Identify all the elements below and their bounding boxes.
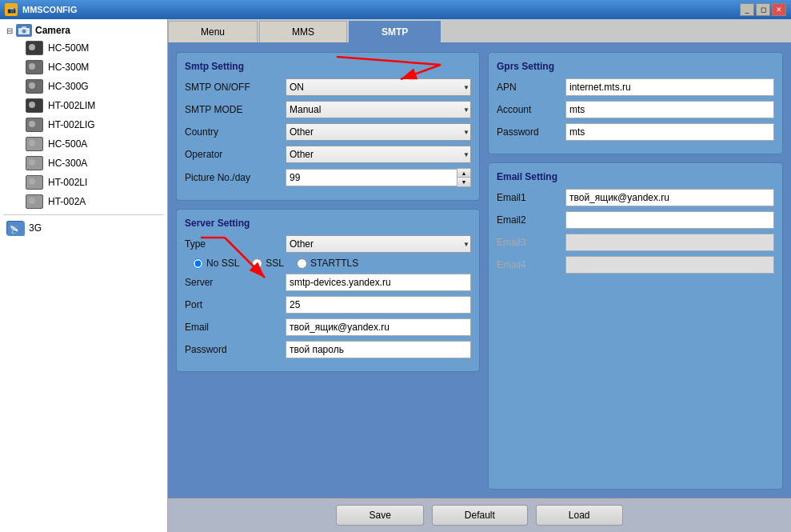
restore-button[interactable]: ◻: [756, 3, 770, 16]
ssl-radio-row: No SSL SSL STARTTLS: [193, 258, 471, 269]
starttls-label: STARTTLS: [310, 258, 358, 269]
server-input[interactable]: [286, 274, 471, 291]
password-server-input[interactable]: [286, 341, 471, 358]
right-panel: Menu MMS SMTP Smtp Setting SMTP ON/OFF: [168, 19, 791, 532]
ssl-radio[interactable]: [252, 258, 262, 269]
window-title: MMSCONFIG: [22, 5, 77, 14]
ssl-label: SSL: [266, 258, 284, 269]
email3-input: [565, 234, 774, 251]
svg-point-2: [22, 30, 26, 34]
email1-input[interactable]: [565, 189, 774, 206]
email1-row: Email1: [497, 189, 774, 206]
smtp-setting-panel: Smtp Setting SMTP ON/OFF ON OFF ▼: [176, 52, 480, 201]
default-button[interactable]: Default: [432, 505, 528, 526]
email-server-label: Email: [185, 322, 281, 333]
gprs-setting-panel: Gprs Setting APN Account Password: [488, 52, 783, 154]
no-ssl-label: No SSL: [206, 258, 239, 269]
smtp-onoff-wrapper: ON OFF ▼: [286, 78, 471, 96]
account-input[interactable]: [565, 101, 774, 118]
sidebar-item-3g[interactable]: 📡 3G: [3, 218, 164, 238]
picture-no-input[interactable]: [286, 169, 457, 186]
email-setting-title: Email Setting: [497, 171, 774, 182]
operator-select[interactable]: Other: [286, 146, 471, 163]
device-HT-002LIG[interactable]: HT-002LIG: [22, 115, 164, 134]
group-icon: 📡: [6, 221, 24, 235]
sidebar-root[interactable]: ⊟ Camera: [3, 22, 164, 38]
spinner-buttons: ▲ ▼: [457, 168, 471, 187]
smtp-mode-select[interactable]: Manual Auto: [286, 101, 471, 118]
apn-label: APN: [497, 82, 561, 93]
type-select[interactable]: Other: [286, 235, 471, 253]
device-name: HT-002LIM: [48, 100, 95, 111]
operator-row: Operator Other ▼: [185, 146, 471, 163]
separator: [3, 214, 164, 215]
gprs-password-row: Password: [497, 123, 774, 141]
no-ssl-radio[interactable]: [193, 258, 203, 269]
apn-input[interactable]: [565, 78, 774, 96]
device-HT-002A[interactable]: HT-002A: [22, 192, 164, 211]
picture-no-row: Picture No./day ▲ ▼: [185, 168, 471, 187]
device-name: HC-500A: [48, 138, 87, 150]
email3-label: Email3: [497, 237, 561, 248]
tab-menu[interactable]: Menu: [168, 21, 258, 42]
password-server-row: Password: [185, 341, 471, 358]
port-row: Port: [185, 296, 471, 314]
email2-row: Email2: [497, 211, 774, 229]
smtp-onoff-select[interactable]: ON OFF: [286, 78, 471, 96]
ssl-radio-item[interactable]: SSL: [252, 258, 284, 269]
type-label: Type: [185, 238, 281, 250]
sidebar-root-label: Camera: [35, 25, 70, 36]
email-setting-panel: Email Setting Email1 Email2 Email3: [488, 162, 783, 490]
operator-label: Operator: [185, 149, 281, 160]
load-button[interactable]: Load: [536, 505, 623, 526]
device-name: HC-300A: [48, 158, 87, 169]
device-thumb: [26, 41, 43, 55]
device-HC-300M[interactable]: HC-300M: [22, 58, 164, 77]
device-name: HT-002LI: [48, 177, 87, 188]
email4-label: Email4: [497, 259, 561, 270]
title-bar: 📷 MMSCONFIG _ ◻ ✕: [0, 0, 791, 19]
bottom-bar: Save Default Load: [168, 498, 791, 532]
no-ssl-radio-item[interactable]: No SSL: [193, 258, 239, 269]
device-HT-002LIM[interactable]: HT-002LIM: [22, 96, 164, 115]
tabs-bar: Menu MMS SMTP: [168, 19, 791, 44]
gprs-password-input[interactable]: [565, 123, 774, 141]
device-HC-500M[interactable]: HC-500M: [22, 38, 164, 58]
country-select[interactable]: Other: [286, 123, 471, 141]
content-area: Smtp Setting SMTP ON/OFF ON OFF ▼: [168, 44, 791, 498]
picture-no-spinner: ▲ ▼: [286, 168, 471, 187]
spinner-down-button[interactable]: ▼: [457, 178, 470, 186]
tab-mms[interactable]: MMS: [259, 21, 347, 42]
device-name: HC-300M: [48, 62, 89, 73]
country-label: Country: [185, 126, 281, 138]
email-server-input[interactable]: [286, 318, 471, 336]
apn-row: APN: [497, 78, 774, 96]
window-controls: _ ◻ ✕: [740, 3, 786, 16]
save-button[interactable]: Save: [336, 505, 423, 526]
picture-no-label: Picture No./day: [185, 172, 281, 183]
app-icon: 📷: [5, 3, 18, 16]
device-HC-500A[interactable]: HC-500A: [22, 134, 164, 154]
device-HC-300A[interactable]: HC-300A: [22, 154, 164, 173]
close-button[interactable]: ✕: [772, 3, 786, 16]
starttls-radio-item[interactable]: STARTTLS: [297, 258, 358, 269]
device-thumb: [26, 156, 43, 170]
email4-input: [565, 256, 774, 274]
device-HC-300G[interactable]: HC-300G: [22, 77, 164, 96]
email1-label: Email1: [497, 192, 561, 203]
minimize-button[interactable]: _: [740, 3, 754, 16]
gprs-password-label: Password: [497, 126, 561, 138]
tree-expand-icon: ⊟: [6, 26, 13, 35]
starttls-radio[interactable]: [297, 258, 307, 269]
spinner-up-button[interactable]: ▲: [457, 169, 470, 178]
device-list: HC-500M HC-300M HC-300G HT-002LIM HT-002…: [22, 38, 164, 211]
device-HT-002LI[interactable]: HT-002LI: [22, 173, 164, 192]
right-panels: Gprs Setting APN Account Password: [488, 52, 783, 490]
port-input[interactable]: [286, 296, 471, 314]
smtp-mode-wrapper: Manual Auto ▼: [286, 101, 471, 118]
device-name: HC-500M: [48, 42, 89, 54]
tab-smtp[interactable]: SMTP: [349, 21, 441, 42]
device-thumb: [26, 175, 43, 190]
email2-input[interactable]: [565, 211, 774, 229]
country-row: Country Other ▼: [185, 123, 471, 141]
